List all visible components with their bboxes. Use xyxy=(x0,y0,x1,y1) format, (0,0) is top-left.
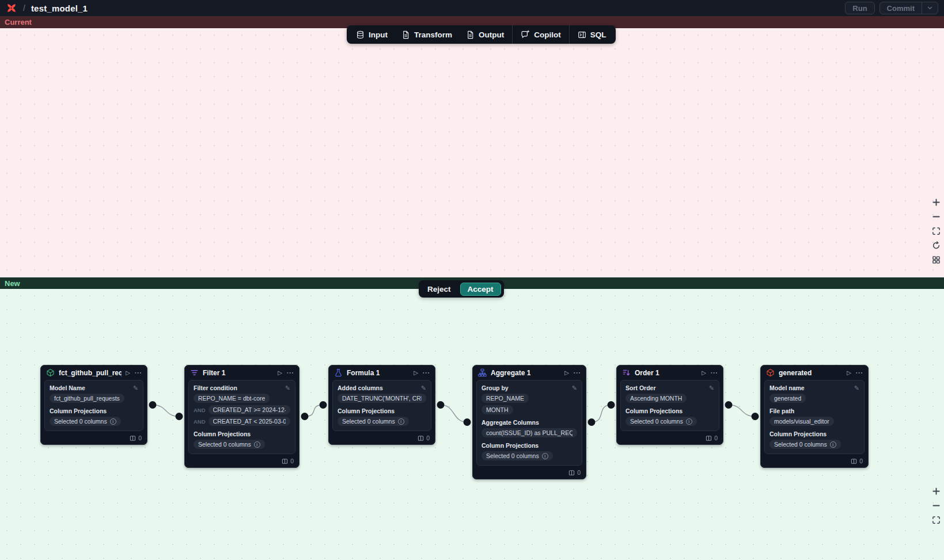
value-pill[interactable]: models/visual_editor xyxy=(769,417,834,426)
accept-button[interactable]: Accept xyxy=(460,283,501,296)
nodes-layer: fct_github_pull_requests ▷ ⋯ Model Name … xyxy=(0,289,944,560)
section-label: Model name xyxy=(769,384,805,391)
value-pill[interactable]: Selected 0 columns i xyxy=(50,417,121,426)
edit-pencil-icon[interactable]: ✎ xyxy=(133,385,138,391)
node-menu-icon[interactable]: ⋯ xyxy=(134,371,142,375)
node-menu-icon[interactable]: ⋯ xyxy=(422,371,430,375)
columns-count-icon xyxy=(706,435,712,441)
node-footer: 0 xyxy=(185,456,299,467)
node-filter-1[interactable]: Filter 1 ▷ ⋯ Filter condition ✎ REPO_NAM… xyxy=(184,365,299,468)
current-panel-label: Current xyxy=(5,18,32,26)
info-icon[interactable]: i xyxy=(686,418,692,425)
run-button[interactable]: Run xyxy=(845,2,874,14)
toolbar-separator xyxy=(569,25,570,44)
node-section: Model name ✎ generated xyxy=(769,384,859,403)
value-pill[interactable]: Selected 0 columns i xyxy=(625,417,697,426)
run-node-icon[interactable]: ▷ xyxy=(126,369,130,376)
toolbar-separator xyxy=(512,25,513,44)
edit-pencil-icon[interactable]: ✎ xyxy=(709,385,714,391)
toolbar-sql-button[interactable]: SQL xyxy=(571,25,613,44)
value-pill[interactable]: Selected 0 columns i xyxy=(338,417,409,426)
toolbar-copilot-button[interactable]: Copilot xyxy=(514,25,568,44)
node-header: fct_github_pull_requests ▷ ⋯ xyxy=(41,365,147,379)
plus-icon xyxy=(932,487,941,497)
value-pill[interactable]: REPO_NAME = dbt-core xyxy=(194,394,270,403)
value-pill[interactable]: CREATED_AT < 2025-03-01 xyxy=(208,417,290,426)
info-icon[interactable]: i xyxy=(254,441,260,448)
grid-icon xyxy=(932,256,941,266)
value-pill[interactable]: DATE_TRUNC('MONTH', CREATED_AT… xyxy=(338,394,426,403)
fit-view-button[interactable] xyxy=(931,227,941,237)
node-order-1[interactable]: Order 1 ▷ ⋯ Sort Order ✎ Ascending MONTH… xyxy=(616,365,723,445)
grid-layout-button[interactable] xyxy=(931,256,941,265)
commit-button[interactable]: Commit xyxy=(880,2,922,14)
dbt-logo-icon[interactable] xyxy=(6,2,17,14)
node-section: Added columns ✎ DATE_TRUNC('MONTH', CREA… xyxy=(338,384,426,403)
node-menu-icon[interactable]: ⋯ xyxy=(710,371,718,375)
node-aggregate-1[interactable]: Aggregate 1 ▷ ⋯ Group by ✎ REPO_NAME MON… xyxy=(472,365,586,479)
breadcrumb-separator: / xyxy=(23,3,25,13)
info-icon[interactable]: i xyxy=(830,441,836,448)
columns-count-icon xyxy=(851,458,857,464)
node-footer: 0 xyxy=(473,468,586,479)
node-menu-icon[interactable]: ⋯ xyxy=(573,371,581,375)
value-pill[interactable]: Selected 0 columns i xyxy=(482,451,553,460)
node-card: Filter condition ✎ REPO_NAME = dbt-core … xyxy=(188,380,295,454)
node-generated[interactable]: generated ▷ ⋯ Model name ✎ generated Fil… xyxy=(760,365,869,468)
node-card: Model Name ✎ fct_github_pull_requests Co… xyxy=(44,380,143,431)
columns-count: 0 xyxy=(138,435,142,441)
section-label: Added columns xyxy=(338,384,383,391)
value-pill[interactable]: MONTH xyxy=(482,405,513,414)
run-node-icon[interactable]: ▷ xyxy=(278,369,282,376)
node-fct-github-pull-requests[interactable]: fct_github_pull_requests ▷ ⋯ Model Name … xyxy=(40,365,147,445)
section-label: Column Projections xyxy=(50,407,107,414)
run-node-icon[interactable]: ▷ xyxy=(702,369,706,376)
new-canvas[interactable]: fct_github_pull_requests ▷ ⋯ Model Name … xyxy=(0,289,944,560)
value-pill[interactable]: count(ISSUE_ID) as PULL_REQUEST_… xyxy=(482,428,577,437)
zoom-in-button[interactable] xyxy=(931,198,941,208)
fit-view-button[interactable] xyxy=(931,516,941,525)
section-label: Group by xyxy=(482,384,509,391)
info-icon[interactable]: i xyxy=(542,453,548,459)
edit-pencil-icon[interactable]: ✎ xyxy=(421,385,426,391)
refresh-layout-button[interactable] xyxy=(931,241,941,251)
columns-count-icon xyxy=(130,435,136,441)
condition-conjunction: AND xyxy=(194,407,206,413)
value-pill[interactable]: Selected 0 columns i xyxy=(769,440,841,449)
node-section: Column Projections Selected 0 columns i xyxy=(482,442,577,460)
run-node-icon[interactable]: ▷ xyxy=(414,369,418,376)
reject-button[interactable]: Reject xyxy=(422,284,457,295)
value-pill[interactable]: CREATED_AT >= 2024-12-01 xyxy=(208,405,290,414)
zoom-out-button[interactable] xyxy=(931,501,941,511)
node-footer: 0 xyxy=(329,433,435,444)
edit-pencil-icon[interactable]: ✎ xyxy=(285,385,290,391)
zoom-in-button[interactable] xyxy=(931,487,941,497)
edit-pencil-icon[interactable]: ✎ xyxy=(854,385,859,391)
info-icon[interactable]: i xyxy=(398,418,404,425)
node-menu-icon[interactable]: ⋯ xyxy=(286,371,294,375)
info-icon[interactable]: i xyxy=(110,418,116,425)
current-canvas[interactable] xyxy=(0,28,944,277)
run-node-icon[interactable]: ▷ xyxy=(847,369,851,376)
section-label: Column Projections xyxy=(338,407,395,414)
toolbar-input-button[interactable]: Input xyxy=(349,25,395,44)
node-menu-icon[interactable]: ⋯ xyxy=(855,371,863,375)
run-node-icon[interactable]: ▷ xyxy=(564,369,569,376)
value-pill[interactable]: generated xyxy=(769,394,806,403)
zoom-out-button[interactable] xyxy=(931,212,941,222)
value-pill[interactable]: Selected 0 columns i xyxy=(194,440,265,449)
node-header: generated ▷ ⋯ xyxy=(761,365,868,379)
database-icon xyxy=(356,31,365,39)
columns-count-icon xyxy=(282,458,288,464)
node-formula-1[interactable]: Formula 1 ▷ ⋯ Added columns ✎ DATE_TRUNC… xyxy=(328,365,435,445)
edit-pencil-icon[interactable]: ✎ xyxy=(572,385,577,391)
toolbar-output-button[interactable]: Output xyxy=(459,25,511,44)
node-section: Column Projections Selected 0 columns i xyxy=(338,407,426,426)
toolbar-transform-button[interactable]: Transform xyxy=(395,25,459,44)
commit-dropdown-button[interactable] xyxy=(922,2,938,14)
value-pill[interactable]: Ascending MONTH xyxy=(625,394,687,403)
value-pill[interactable]: REPO_NAME xyxy=(482,394,529,403)
chevron-down-icon xyxy=(927,4,933,13)
page-title: test_model_1 xyxy=(31,3,88,13)
value-pill[interactable]: fct_github_pull_requests xyxy=(50,394,124,403)
